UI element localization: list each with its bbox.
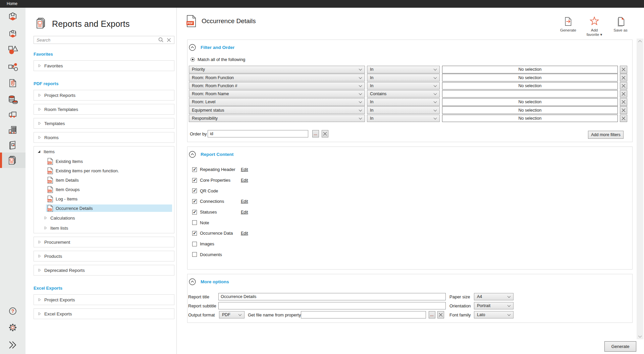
rail-reports-button[interactable]: [0, 153, 25, 168]
report-group[interactable]: Project Exports: [34, 295, 174, 305]
radio-selected-icon[interactable]: [191, 57, 195, 62]
report-item[interactable]: PDF Existing items per room function.: [34, 166, 174, 175]
font-family-dropdown[interactable]: Lato: [474, 311, 514, 318]
content-checkbox[interactable]: [192, 252, 197, 257]
report-group[interactable]: Deprecated Reports: [34, 265, 174, 275]
content-checkbox[interactable]: [192, 199, 197, 204]
collapse-options-button[interactable]: [189, 278, 196, 285]
edit-link[interactable]: Edit: [241, 210, 248, 215]
group-favorites[interactable]: Favorites: [34, 61, 174, 71]
rail-rooms-button[interactable]: [0, 9, 25, 24]
filter-operator-dropdown[interactable]: Contains: [367, 90, 440, 98]
remove-filter-button[interactable]: [620, 66, 627, 73]
order-by-browse-button[interactable]: …: [312, 130, 319, 137]
content-checkbox[interactable]: [192, 210, 197, 215]
report-group[interactable]: Room Templates: [34, 104, 174, 114]
report-title-input[interactable]: [218, 293, 446, 300]
paper-size-dropdown[interactable]: A4: [474, 293, 514, 300]
filter-value-field[interactable]: No selection: [442, 106, 618, 114]
search-input[interactable]: [34, 38, 158, 43]
rail-shapes-button[interactable]: [0, 42, 25, 58]
report-group[interactable]: Procurement: [34, 237, 174, 247]
remove-filter-button[interactable]: [620, 74, 627, 81]
filter-value-field[interactable]: No selection: [442, 82, 618, 90]
add-favorite-button[interactable]: Addfavorite ▾: [585, 16, 604, 37]
rail-settings-button[interactable]: [0, 320, 25, 335]
filter-value-field[interactable]: No selection: [442, 98, 618, 106]
add-more-filters-button[interactable]: Add more filters: [588, 131, 624, 139]
rail-collapse-button[interactable]: [0, 337, 25, 353]
filter-field-dropdown[interactable]: Room: Room Name: [189, 90, 365, 98]
rail-connections-button[interactable]: [0, 59, 25, 75]
output-format-dropdown[interactable]: PDF: [219, 311, 245, 318]
remove-filter-button[interactable]: [620, 90, 627, 98]
report-group[interactable]: Templates: [34, 118, 174, 128]
file-name-clear-button[interactable]: [437, 311, 444, 318]
report-item[interactable]: PDF Item Details: [34, 175, 174, 185]
remove-filter-button[interactable]: [620, 106, 627, 114]
filter-value-field[interactable]: No selection: [442, 74, 618, 81]
collapse-filter-button[interactable]: [189, 44, 196, 51]
content-checkbox[interactable]: [192, 242, 197, 246]
rail-data-button[interactable]: [0, 92, 25, 107]
filter-field-dropdown[interactable]: Priority: [189, 66, 365, 73]
report-group[interactable]: Excel Exports: [34, 309, 174, 319]
scroll-down-icon[interactable]: [638, 335, 642, 338]
content-checkbox[interactable]: [192, 220, 197, 225]
vertical-scrollbar[interactable]: [637, 39, 643, 339]
generate-bottom-button[interactable]: Generate: [604, 341, 636, 352]
remove-filter-button[interactable]: [620, 115, 627, 122]
report-item[interactable]: PDF Log - Items: [34, 194, 174, 203]
content-checkbox[interactable]: [192, 188, 197, 193]
report-item[interactable]: PDF Occurrence Details: [34, 203, 174, 213]
remove-filter-button[interactable]: [620, 82, 627, 90]
filter-field-dropdown[interactable]: Responsibility: [189, 115, 365, 122]
home-tab[interactable]: Home: [7, 0, 17, 8]
filter-operator-dropdown[interactable]: In: [367, 106, 440, 114]
report-group[interactable]: Rooms: [34, 132, 174, 142]
edit-link[interactable]: Edit: [241, 231, 248, 236]
collapse-content-button[interactable]: [189, 151, 196, 158]
edit-link[interactable]: Edit: [241, 199, 248, 204]
edit-link[interactable]: Edit: [241, 167, 248, 172]
match-all-radio-row[interactable]: Match all of the following: [191, 56, 245, 62]
report-item[interactable]: PDF Existing Items: [34, 157, 174, 166]
clear-search-icon[interactable]: [167, 38, 171, 42]
orientation-dropdown[interactable]: Portrait: [474, 302, 514, 309]
filter-value-field[interactable]: No selection: [442, 66, 618, 73]
rail-buildings-button[interactable]: [0, 122, 25, 138]
file-name-input[interactable]: [301, 311, 426, 318]
rail-rooms-alt-button[interactable]: [0, 26, 25, 42]
remove-filter-button[interactable]: [620, 98, 627, 106]
report-group[interactable]: Project Reports: [34, 90, 174, 100]
filter-operator-dropdown[interactable]: In: [367, 66, 440, 73]
filter-field-dropdown[interactable]: Equipment status: [189, 106, 365, 114]
rail-help-button[interactable]: ?: [0, 303, 25, 319]
report-group[interactable]: Products: [34, 251, 174, 261]
content-checkbox[interactable]: [192, 167, 197, 172]
report-subgroup[interactable]: Calculations: [34, 213, 174, 223]
order-by-clear-button[interactable]: [322, 130, 328, 137]
scroll-up-icon[interactable]: [638, 40, 642, 43]
filter-value-field[interactable]: [442, 90, 618, 98]
save-as-button[interactable]: Save as: [611, 16, 630, 37]
content-checkbox[interactable]: [192, 231, 197, 236]
report-subtitle-input[interactable]: [218, 302, 446, 309]
search-icon[interactable]: [158, 37, 164, 43]
filter-operator-dropdown[interactable]: In: [367, 82, 440, 90]
generate-button[interactable]: Generate: [559, 16, 578, 37]
filter-value-field[interactable]: No selection: [442, 115, 618, 122]
filter-operator-dropdown[interactable]: In: [367, 115, 440, 122]
edit-link[interactable]: Edit: [241, 178, 248, 183]
filter-field-dropdown[interactable]: Room: Room Function #: [189, 82, 365, 90]
filter-operator-dropdown[interactable]: In: [367, 74, 440, 81]
report-subgroup[interactable]: Item lists: [34, 223, 174, 233]
rail-logistics-button[interactable]: [0, 107, 25, 123]
report-item[interactable]: PDF Item Groups: [34, 185, 174, 194]
filter-operator-dropdown[interactable]: In: [367, 98, 440, 106]
rail-products-button[interactable]: [0, 137, 25, 153]
filter-field-dropdown[interactable]: Room: Room Function: [189, 74, 365, 81]
order-by-input[interactable]: [208, 130, 308, 137]
content-checkbox[interactable]: [192, 178, 197, 183]
filter-field-dropdown[interactable]: Room: Level: [189, 98, 365, 106]
